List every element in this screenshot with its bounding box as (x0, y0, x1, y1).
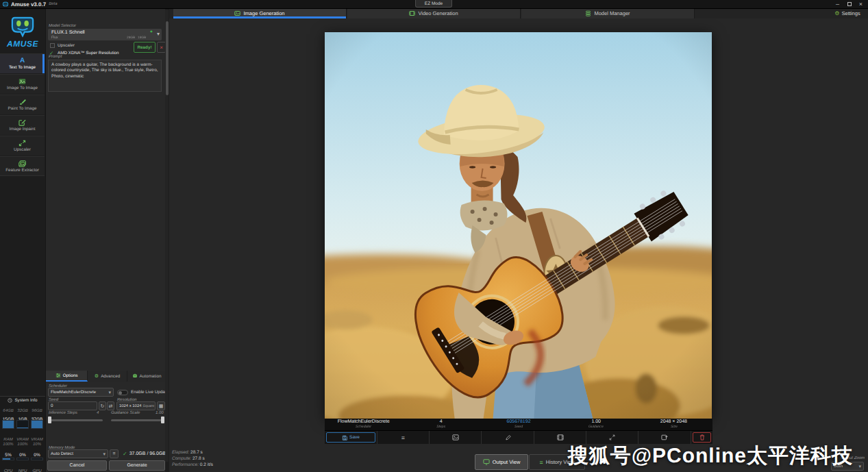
upscaler-checkbox[interactable] (50, 43, 55, 48)
guidance-scale-slider-handle[interactable] (161, 417, 164, 423)
maximize-button[interactable] (843, 0, 855, 8)
amuse-logo: AMUSE (2, 10, 43, 53)
output-view-label: Output View (493, 459, 521, 465)
scheduler-dropdown[interactable]: FlowMatchEulerDiscrete ▾ (48, 388, 114, 397)
super-resolution-label: AMD XDNA™ Super Resolution (58, 51, 119, 55)
sidebar-item-paint-to-image[interactable]: Paint To Image (0, 95, 45, 114)
info-size: 2048 × 2048 Size (635, 419, 712, 430)
model-selector-label: Model Selector (49, 24, 76, 28)
inpaint-edit-icon (18, 119, 26, 126)
sidebar-item-image-to-image[interactable]: Image To Image (0, 74, 45, 94)
inference-steps-label: Inference Steps (49, 411, 77, 415)
tab-automation[interactable]: Automation (127, 371, 166, 382)
scrollbar-thumb[interactable] (166, 21, 169, 95)
panel-scrollbar[interactable] (165, 10, 169, 462)
memory-list-button[interactable]: ≡ (110, 449, 119, 458)
resolution-value: 1024 x 1024 (119, 404, 141, 408)
tab-options[interactable]: Options (46, 371, 88, 382)
util-pct: 0% (19, 453, 25, 458)
list-icon: ≡ (112, 451, 115, 456)
util-pct: 0% (34, 453, 40, 458)
save-button[interactable]: Save (326, 432, 375, 443)
tab-model-manager[interactable]: Model Manager (521, 8, 695, 18)
refresh-icon: ↻ (101, 403, 105, 409)
video-generation-icon (409, 10, 415, 16)
sidebar-item-upscaler[interactable]: Upscaler (0, 136, 45, 156)
upscaler-checkbox-label: Upscaler (58, 43, 75, 48)
send-to-image-button[interactable] (430, 431, 482, 444)
inference-steps-slider[interactable] (48, 419, 103, 421)
custom-resolution-button[interactable]: ▦ (157, 401, 165, 410)
stat-label: Elapsed: (172, 450, 189, 455)
seed-refresh-button[interactable]: ↻ (99, 401, 106, 410)
seed-input[interactable]: 0 (48, 401, 97, 410)
info-value: 2048 × 2048 (660, 419, 687, 425)
generate-label: Generate (127, 463, 147, 468)
app-logo-icon (3, 1, 8, 7)
minimize-button[interactable]: – (832, 0, 843, 8)
ez-mode-button[interactable]: EZ Mode (415, 0, 452, 8)
left-panel: AMUSE A Text To Image Image To Image Pai… (0, 9, 169, 472)
history-list-icon: ≡ (540, 459, 543, 466)
cancel-button[interactable]: Cancel (47, 460, 107, 471)
prompt-input[interactable]: A cowboy plays a guitar, The background … (48, 60, 162, 92)
generate-button[interactable]: Generate (109, 460, 165, 471)
output-view-button[interactable]: Output View (475, 454, 528, 470)
live-update-toggle[interactable] (117, 390, 128, 395)
settings-button[interactable]: ⚙ Settings (828, 9, 867, 18)
options-tab-label: Options (63, 373, 78, 378)
seed-shuffle-button[interactable]: ⇄ (107, 401, 114, 410)
model-selector-dropdown[interactable]: FLUX.1 Schnell Flux 26GB 16GB ● ▾ (48, 29, 162, 40)
resolution-dropdown[interactable]: 1024 x 1024 Square ▾ (116, 401, 156, 410)
info-value: 4 (440, 419, 443, 425)
tab-image-generation[interactable]: Image Generation (173, 8, 347, 18)
details-button[interactable]: ≡ (377, 431, 430, 444)
memory-mode-dropdown[interactable]: Auto Detect ▾ (48, 449, 108, 458)
tab-video-generation[interactable]: Video Generation (347, 8, 521, 18)
model-size-disk: 26GB (127, 36, 135, 40)
advanced-gear-icon: ⚙ (95, 373, 99, 379)
sidebar-item-label: Upscaler (14, 147, 31, 152)
sidebar-item-label: Text To Image (9, 65, 36, 70)
generated-image-art (325, 32, 712, 419)
guidance-scale-slider[interactable] (111, 419, 164, 421)
resolution-preset: Square (142, 404, 154, 408)
util-bar-cpu (2, 458, 14, 460)
sidebar-item-text-to-image[interactable]: A Text To Image (0, 53, 45, 73)
tab-advanced[interactable]: ⚙ Advanced (88, 371, 127, 382)
chevron-down-icon: ▾ (108, 390, 111, 395)
grid-icon: ▦ (159, 403, 164, 409)
shuffle-icon: ⇄ (109, 403, 113, 409)
info-label: Guidance (588, 425, 604, 430)
ready-label: Ready! (138, 45, 152, 50)
film-icon (557, 434, 564, 440)
window-title-beta: Beta (49, 2, 57, 6)
close-button[interactable]: × (855, 0, 867, 8)
memory-usage-value: 37.0GB / 96.0GB (129, 451, 166, 456)
gear-icon: ⚙ (834, 11, 839, 16)
mem-bar-cpu (2, 420, 14, 429)
mem-bar-gpu (31, 420, 43, 429)
inference-steps-slider-handle[interactable] (48, 417, 51, 423)
image-to-image-icon (18, 78, 26, 85)
save-label: Save (349, 435, 360, 440)
main-tab-bar: Image Generation Video Generation Model … (169, 8, 868, 18)
sidebar-item-image-inpaint[interactable]: Image Inpaint (0, 115, 45, 135)
automation-tab-label: Automation (140, 374, 162, 379)
ez-mode-label: EZ Mode (425, 1, 443, 6)
memory-usage: ✓ 37.0GB / 96.0GB (123, 451, 166, 457)
mem-pct: 100% (3, 443, 13, 447)
model-name: FLUX.1 Schnell (51, 30, 85, 35)
sidebar-item-feature-extractor[interactable]: Feature Extractor (0, 156, 45, 176)
tab-label: Video Generation (418, 10, 458, 16)
generated-image[interactable] (325, 32, 712, 419)
model-family: Flux (51, 36, 58, 39)
details-list-icon: ≡ (401, 434, 405, 441)
delete-button[interactable] (693, 432, 711, 443)
sidebar-item-label: Image Inpaint (9, 127, 35, 132)
save-icon (342, 435, 347, 440)
send-to-inpaint-button[interactable] (482, 431, 534, 444)
chevron-down-icon: ▾ (858, 464, 861, 469)
info-label: Size (670, 425, 677, 430)
tab-label: Image Generation (243, 10, 284, 16)
